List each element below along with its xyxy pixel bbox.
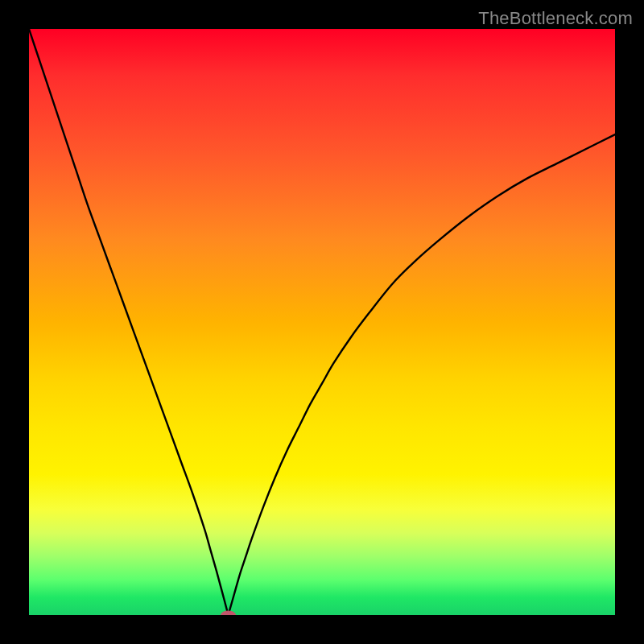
minimum-marker bbox=[221, 611, 236, 615]
curve-path bbox=[29, 29, 615, 615]
chart-frame: TheBottleneck.com bbox=[0, 0, 644, 644]
watermark-text: TheBottleneck.com bbox=[478, 8, 633, 29]
bottleneck-curve bbox=[29, 29, 615, 615]
plot-area bbox=[29, 29, 615, 615]
